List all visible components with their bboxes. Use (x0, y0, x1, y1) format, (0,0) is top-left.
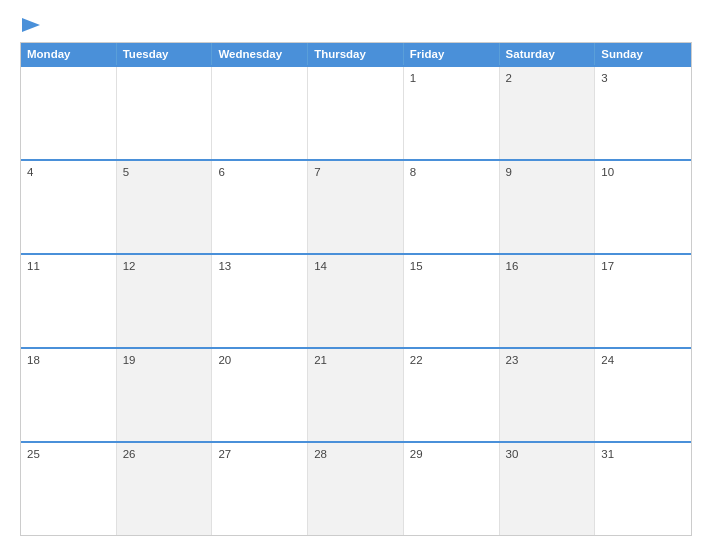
day-number: 23 (506, 354, 519, 366)
calendar-cell: 3 (595, 67, 691, 159)
calendar-header-cell: Friday (404, 43, 500, 65)
calendar-cell: 17 (595, 255, 691, 347)
day-number: 31 (601, 448, 614, 460)
day-number: 11 (27, 260, 40, 272)
calendar-header-cell: Sunday (595, 43, 691, 65)
day-number: 21 (314, 354, 327, 366)
day-number: 10 (601, 166, 614, 178)
calendar-cell: 26 (117, 443, 213, 535)
day-number: 25 (27, 448, 40, 460)
day-number: 19 (123, 354, 136, 366)
calendar-header: MondayTuesdayWednesdayThursdayFridaySatu… (21, 43, 691, 65)
day-number: 14 (314, 260, 327, 272)
calendar-cell: 31 (595, 443, 691, 535)
calendar-cell: 22 (404, 349, 500, 441)
calendar-cell: 11 (21, 255, 117, 347)
calendar: MondayTuesdayWednesdayThursdayFridaySatu… (20, 42, 692, 536)
day-number: 6 (218, 166, 224, 178)
calendar-cell: 1 (404, 67, 500, 159)
logo-flag-icon (22, 18, 40, 32)
calendar-cell: 2 (500, 67, 596, 159)
calendar-cell: 5 (117, 161, 213, 253)
day-number: 8 (410, 166, 416, 178)
calendar-week: 45678910 (21, 159, 691, 253)
calendar-cell (212, 67, 308, 159)
day-number: 7 (314, 166, 320, 178)
calendar-cell: 27 (212, 443, 308, 535)
svg-marker-0 (22, 18, 40, 32)
day-number: 20 (218, 354, 231, 366)
calendar-header-cell: Thursday (308, 43, 404, 65)
calendar-cell (308, 67, 404, 159)
day-number: 27 (218, 448, 231, 460)
day-number: 22 (410, 354, 423, 366)
calendar-week: 123 (21, 65, 691, 159)
header (20, 18, 692, 32)
calendar-body: 1234567891011121314151617181920212223242… (21, 65, 691, 535)
day-number: 16 (506, 260, 519, 272)
calendar-week: 11121314151617 (21, 253, 691, 347)
calendar-cell: 6 (212, 161, 308, 253)
day-number: 5 (123, 166, 129, 178)
calendar-cell: 9 (500, 161, 596, 253)
calendar-cell: 29 (404, 443, 500, 535)
day-number: 26 (123, 448, 136, 460)
calendar-cell: 25 (21, 443, 117, 535)
calendar-cell: 16 (500, 255, 596, 347)
logo (20, 18, 40, 32)
day-number: 4 (27, 166, 33, 178)
calendar-cell: 28 (308, 443, 404, 535)
calendar-cell (117, 67, 213, 159)
calendar-cell: 13 (212, 255, 308, 347)
calendar-cell: 20 (212, 349, 308, 441)
calendar-cell: 24 (595, 349, 691, 441)
day-number: 1 (410, 72, 416, 84)
day-number: 12 (123, 260, 136, 272)
calendar-cell: 8 (404, 161, 500, 253)
day-number: 15 (410, 260, 423, 272)
day-number: 9 (506, 166, 512, 178)
calendar-cell: 10 (595, 161, 691, 253)
calendar-cell (21, 67, 117, 159)
day-number: 24 (601, 354, 614, 366)
calendar-week: 25262728293031 (21, 441, 691, 535)
calendar-cell: 15 (404, 255, 500, 347)
calendar-header-cell: Monday (21, 43, 117, 65)
calendar-cell: 18 (21, 349, 117, 441)
calendar-cell: 21 (308, 349, 404, 441)
calendar-cell: 19 (117, 349, 213, 441)
calendar-header-cell: Saturday (500, 43, 596, 65)
calendar-header-cell: Wednesday (212, 43, 308, 65)
day-number: 17 (601, 260, 614, 272)
calendar-header-cell: Tuesday (117, 43, 213, 65)
day-number: 3 (601, 72, 607, 84)
calendar-cell: 30 (500, 443, 596, 535)
day-number: 29 (410, 448, 423, 460)
calendar-cell: 23 (500, 349, 596, 441)
calendar-cell: 12 (117, 255, 213, 347)
calendar-cell: 14 (308, 255, 404, 347)
day-number: 2 (506, 72, 512, 84)
day-number: 28 (314, 448, 327, 460)
calendar-cell: 4 (21, 161, 117, 253)
calendar-week: 18192021222324 (21, 347, 691, 441)
day-number: 18 (27, 354, 40, 366)
calendar-cell: 7 (308, 161, 404, 253)
day-number: 13 (218, 260, 231, 272)
day-number: 30 (506, 448, 519, 460)
calendar-page: MondayTuesdayWednesdayThursdayFridaySatu… (0, 0, 712, 550)
